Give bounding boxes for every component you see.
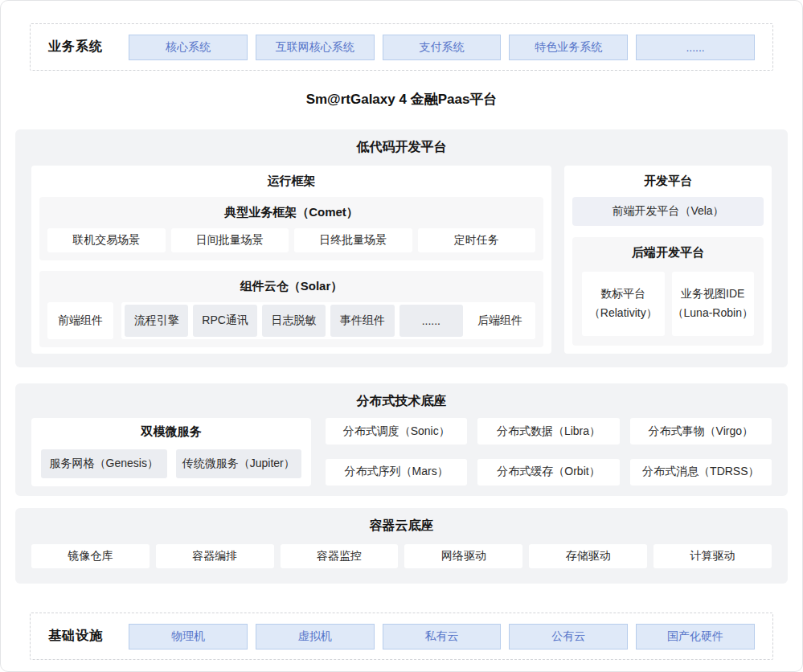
- distributed-cache-orbit: 分布式缓存（Orbit）: [477, 459, 619, 486]
- distributed-transaction-virgo: 分布式事物（Virgo）: [630, 418, 772, 445]
- solar-middle-strip: 流程引擎 RPC通讯 日志脱敏 事件组件 ...... 后端组件: [121, 302, 535, 339]
- solar-chip-process-engine: 流程引擎: [125, 305, 188, 337]
- dev-platform-card: 开发平台 前端开发平台（Vela） 后端开发平台 数标平台 （Relativit…: [564, 166, 772, 354]
- network-driver: 网络驱动: [404, 544, 522, 568]
- distributed-message-tdrss: 分布式消息（TDRSS）: [630, 459, 772, 486]
- distributed-data-libra: 分布式数据（Libra）: [477, 418, 619, 445]
- comet-item-online-trade: 联机交易场景: [47, 228, 166, 252]
- solar-chip-more: ......: [399, 305, 463, 337]
- distributed-cards-grid: 分布式调度（Sonic） 分布式数据（Libra） 分布式事物（Virgo） 分…: [326, 418, 772, 486]
- comet-framework-title: 典型业务框架（Comet）: [47, 200, 535, 228]
- container-monitoring: 容器监控: [281, 544, 399, 568]
- frontend-dev-platform-vela: 前端开发平台（Vela）: [572, 197, 764, 226]
- infra-domestic-hardware: 国产化硬件: [636, 624, 755, 649]
- distributed-scheduling-sonic: 分布式调度（Sonic）: [326, 418, 467, 445]
- infra-public-cloud: 公有云: [509, 624, 628, 649]
- platform-title: Sm@rtGalaxy 4 金融Paas平台: [1, 90, 802, 109]
- solar-component-panel: 组件云仓（Solar） 前端组件 流程引擎 RPC通讯 日志脱敏 事件组件 ..…: [39, 271, 543, 347]
- comet-item-scheduled-task: 定时任务: [418, 228, 536, 252]
- business-system-more: ......: [636, 35, 755, 60]
- business-system-internet-core: 互联网核心系统: [256, 35, 375, 60]
- comet-framework-panel: 典型业务框架（Comet） 联机交易场景 日间批量场景 日终批量场景 定时任务: [39, 197, 543, 260]
- business-systems-row: 业务系统 核心系统 互联网核心系统 支付系统 特色业务系统 ......: [30, 23, 773, 71]
- card-line1: 数标平台: [600, 285, 645, 304]
- comet-item-endofday-batch: 日终批量场景: [294, 228, 412, 252]
- business-systems-label: 业务系统: [48, 39, 121, 55]
- business-system-special: 特色业务系统: [509, 35, 628, 60]
- solar-chip-event-component: 事件组件: [330, 305, 394, 337]
- backend-dev-platform-panel: 后端开发平台 数标平台 （Relativity） 业务视图IDE （Luna-R…: [572, 237, 764, 346]
- infra-virtual-machine: 虚拟机: [256, 624, 375, 649]
- runtime-framework-card: 运行框架 典型业务框架（Comet） 联机交易场景 日间批量场景 日终批量场景 …: [31, 166, 551, 354]
- solar-backend-component: 后端组件: [468, 313, 532, 328]
- solar-chip-rpc: RPC通讯: [193, 305, 256, 337]
- architecture-diagram: 业务系统 核心系统 互联网核心系统 支付系统 特色业务系统 ...... Sm@…: [0, 0, 803, 672]
- container-cloud-title: 容器云底座: [31, 518, 772, 535]
- solar-items: 前端组件 流程引擎 RPC通讯 日志脱敏 事件组件 ...... 后端组件: [47, 302, 535, 339]
- storage-driver: 存储驱动: [529, 544, 647, 568]
- business-system-core: 核心系统: [129, 35, 248, 60]
- distributed-base-section: 分布式技术底座 双模微服务 服务网格（Genesis） 传统微服务（Jupite…: [15, 383, 788, 496]
- runtime-framework-title: 运行框架: [39, 167, 543, 197]
- card-line2: （Luna-Robin）: [673, 304, 753, 323]
- lowcode-body: 运行框架 典型业务框架（Comet） 联机交易场景 日间批量场景 日终批量场景 …: [31, 166, 772, 354]
- distributed-base-title: 分布式技术底座: [31, 393, 772, 410]
- backend-dev-platform-title: 后端开发平台: [582, 240, 754, 268]
- solar-chip-log-masking: 日志脱敏: [262, 305, 326, 337]
- card-line2: （Relativity）: [589, 304, 658, 323]
- data-standard-platform-relativity: 数标平台 （Relativity）: [582, 272, 665, 336]
- service-mesh-genesis: 服务网格（Genesis）: [41, 449, 167, 478]
- backend-dev-cards: 数标平台 （Relativity） 业务视图IDE （Luna-Robin）: [582, 272, 754, 336]
- distributed-body: 双模微服务 服务网格（Genesis） 传统微服务（Jupiter） 分布式调度…: [31, 418, 772, 486]
- business-system-payment: 支付系统: [383, 35, 502, 60]
- dual-mode-microservice-title: 双模微服务: [41, 418, 301, 448]
- image-registry: 镜像仓库: [31, 544, 150, 568]
- container-orchestration: 容器编排: [156, 544, 274, 568]
- distributed-sequence-mars: 分布式序列（Mars）: [326, 459, 467, 486]
- container-cloud-items: 镜像仓库 容器编排 容器监控 网络驱动 存储驱动 计算驱动: [31, 544, 772, 568]
- solar-frontend-component: 前端组件: [47, 302, 113, 339]
- dual-mode-microservice-card: 双模微服务 服务网格（Genesis） 传统微服务（Jupiter）: [31, 418, 311, 486]
- dev-platform-title: 开发平台: [572, 167, 764, 197]
- lowcode-platform-section: 低代码开发平台 运行框架 典型业务框架（Comet） 联机交易场景 日间批量场景…: [15, 129, 788, 367]
- dual-mode-chips: 服务网格（Genesis） 传统微服务（Jupiter）: [41, 449, 301, 478]
- comet-items: 联机交易场景 日间批量场景 日终批量场景 定时任务: [47, 228, 535, 252]
- container-cloud-section: 容器云底座 镜像仓库 容器编排 容器监控 网络驱动 存储驱动 计算驱动: [15, 508, 788, 584]
- infra-private-cloud: 私有云: [383, 624, 502, 649]
- business-view-ide-luna-robin: 业务视图IDE （Luna-Robin）: [672, 272, 755, 336]
- infrastructure-label: 基础设施: [48, 628, 121, 645]
- infra-physical-machine: 物理机: [129, 624, 248, 649]
- compute-driver: 计算驱动: [653, 544, 772, 568]
- card-line1: 业务视图IDE: [681, 285, 744, 304]
- solar-component-title: 组件云仓（Solar）: [47, 274, 535, 302]
- traditional-microservice-jupiter: 传统微服务（Jupiter）: [176, 449, 302, 478]
- comet-item-daytime-batch: 日间批量场景: [171, 228, 289, 252]
- infrastructure-row: 基础设施 物理机 虚拟机 私有云 公有云 国产化硬件: [30, 613, 773, 660]
- lowcode-platform-title: 低代码开发平台: [31, 139, 772, 156]
